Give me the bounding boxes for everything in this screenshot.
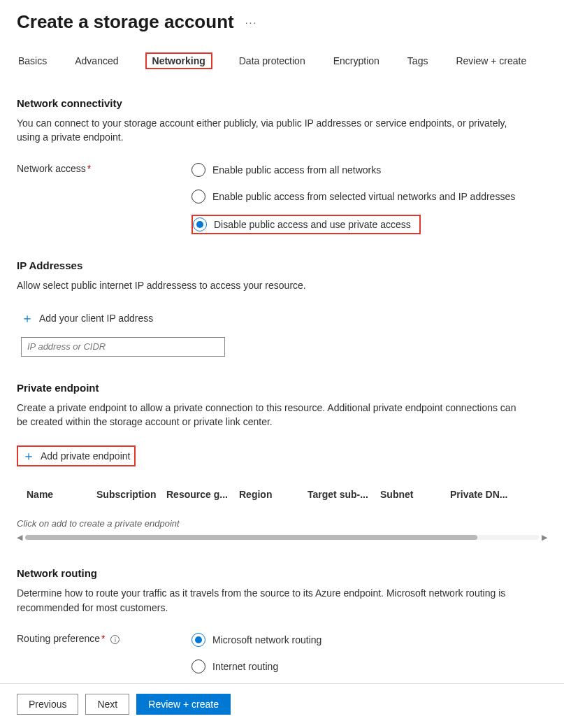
tab-review-create[interactable]: Review + create: [454, 52, 528, 69]
scroll-track[interactable]: [25, 535, 539, 540]
ip-addresses-description: Allow select public internet IP addresse…: [17, 278, 520, 292]
tab-basics[interactable]: Basics: [17, 52, 48, 69]
tab-tags[interactable]: Tags: [406, 52, 430, 69]
network-routing-heading: Network routing: [17, 567, 547, 579]
page-title: Create a storage account: [17, 11, 234, 33]
previous-button[interactable]: Previous: [17, 694, 78, 715]
network-routing-description: Determine how to route your traffic as i…: [17, 586, 520, 615]
more-icon[interactable]: ···: [245, 17, 258, 28]
network-access-options: Enable public access from all networks E…: [191, 162, 547, 234]
horizontal-scrollbar[interactable]: ◀ ▶: [17, 533, 547, 542]
wizard-tabs: Basics Advanced Networking Data protecti…: [17, 52, 547, 69]
info-icon[interactable]: i: [110, 635, 120, 644]
radio-public-all[interactable]: Enable public access from all networks: [191, 162, 547, 178]
col-region: Region: [239, 489, 308, 500]
network-access-label: Network access*: [17, 162, 191, 174]
wizard-footer: Previous Next Review + create: [0, 683, 564, 725]
add-private-endpoint-label: Add private endpoint: [41, 450, 130, 462]
scroll-thumb[interactable]: [25, 535, 477, 540]
tab-advanced[interactable]: Advanced: [73, 52, 120, 69]
radio-label: Enable public access from selected virtu…: [212, 191, 515, 202]
radio-icon: [191, 659, 205, 673]
required-indicator: *: [101, 633, 105, 644]
routing-preference-options: Microsoft network routing Internet routi…: [191, 631, 547, 675]
review-create-button[interactable]: Review + create: [136, 694, 231, 715]
private-endpoint-empty-text: Click on add to create a private endpoin…: [17, 518, 547, 529]
scroll-left-icon[interactable]: ◀: [17, 533, 22, 542]
plus-icon: ＋: [21, 312, 34, 324]
radio-public-selected[interactable]: Enable public access from selected virtu…: [191, 188, 547, 205]
add-private-endpoint-button[interactable]: ＋ Add private endpoint: [17, 445, 136, 466]
radio-internet-routing[interactable]: Internet routing: [191, 658, 547, 675]
radio-microsoft-routing[interactable]: Microsoft network routing: [191, 631, 547, 648]
network-connectivity-heading: Network connectivity: [17, 97, 547, 109]
col-target-subresource: Target sub-...: [308, 489, 380, 500]
col-subnet: Subnet: [380, 489, 450, 500]
radio-label: Disable public access and use private ac…: [214, 219, 411, 230]
ip-addresses-heading: IP Addresses: [17, 259, 547, 271]
network-connectivity-description: You can connect to your storage account …: [17, 116, 520, 145]
plus-icon: ＋: [22, 450, 35, 462]
radio-label: Enable public access from all networks: [212, 164, 381, 176]
scroll-right-icon[interactable]: ▶: [542, 533, 547, 542]
col-private-dns: Private DN...: [450, 489, 520, 500]
radio-icon: [191, 633, 205, 647]
radio-label: Internet routing: [212, 661, 278, 672]
radio-icon: [191, 163, 205, 177]
ip-address-input[interactable]: [21, 337, 225, 357]
private-endpoint-table-header: Name Subscription Resource g... Region T…: [17, 483, 547, 506]
radio-disable-public[interactable]: Disable public access and use private ac…: [191, 215, 421, 234]
tab-data-protection[interactable]: Data protection: [238, 52, 307, 69]
col-subscription: Subscription: [96, 489, 166, 500]
radio-icon: [191, 190, 205, 204]
tab-networking[interactable]: Networking: [145, 52, 212, 69]
required-indicator: *: [87, 163, 91, 174]
radio-icon: [193, 217, 207, 231]
next-button[interactable]: Next: [85, 694, 129, 715]
radio-label: Microsoft network routing: [212, 634, 321, 645]
add-client-ip-button[interactable]: ＋ Add your client IP address: [17, 309, 157, 327]
add-client-ip-label: Add your client IP address: [39, 313, 153, 324]
col-name: Name: [27, 489, 96, 500]
private-endpoint-heading: Private endpoint: [17, 382, 547, 394]
tab-encryption[interactable]: Encryption: [332, 52, 381, 69]
private-endpoint-description: Create a private endpoint to allow a pri…: [17, 401, 520, 429]
routing-preference-label: Routing preference* i: [17, 631, 191, 644]
col-resource-group: Resource g...: [166, 489, 239, 500]
